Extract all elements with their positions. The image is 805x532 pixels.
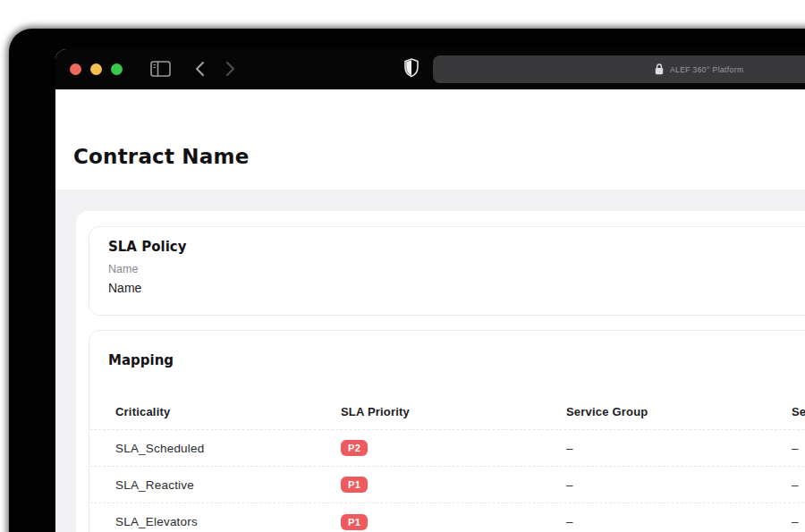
back-icon[interactable] bbox=[195, 61, 205, 77]
priority-badge: P2 bbox=[341, 440, 368, 456]
content-panel: SLA Policy Name Name Mapping Criticality… bbox=[76, 211, 805, 532]
service-extra-value: – bbox=[792, 478, 805, 492]
service-group-value: – bbox=[566, 515, 792, 528]
address-bar-text: ALEF 360° Platform bbox=[670, 65, 743, 74]
minimize-window-icon[interactable] bbox=[90, 63, 102, 75]
criticality-value: SLA_Scheduled bbox=[115, 442, 341, 455]
close-window-icon[interactable] bbox=[70, 63, 81, 75]
browser-titlebar: ALEF 360° Platform bbox=[55, 49, 805, 89]
mapping-title: Mapping bbox=[89, 352, 805, 368]
browser-window: ALEF 360° Platform Contract Name Contrac… bbox=[55, 49, 805, 532]
address-bar-content: ALEF 360° Platform bbox=[655, 55, 743, 83]
service-extra-value: – bbox=[792, 442, 805, 455]
table-row[interactable]: SLA_Reactive P1 – – bbox=[89, 467, 805, 503]
lock-icon bbox=[655, 63, 664, 75]
col-service-extra: Ser bbox=[792, 405, 805, 418]
page-header: Contract Name bbox=[55, 89, 805, 172]
sla-policy-title: SLA Policy bbox=[108, 239, 805, 255]
table-header-row: Criticality SLA Priority Service Group S… bbox=[89, 393, 805, 430]
priority-badge: P1 bbox=[341, 477, 368, 493]
name-field-label: Name bbox=[108, 263, 805, 276]
priority-badge: P1 bbox=[341, 514, 368, 530]
address-bar[interactable]: ALEF 360° Platform bbox=[433, 55, 805, 83]
col-criticality: Criticality bbox=[115, 405, 341, 418]
col-service-group: Service Group bbox=[566, 405, 792, 418]
sidebar-toggle-icon[interactable] bbox=[150, 61, 171, 77]
criticality-value: SLA_Elevators bbox=[115, 515, 341, 528]
sla-policy-card: SLA Policy Name Name bbox=[89, 226, 805, 316]
page-title: Contract Name bbox=[73, 141, 805, 172]
forward-icon[interactable] bbox=[225, 61, 235, 77]
mapping-table: Criticality SLA Priority Service Group S… bbox=[89, 393, 805, 532]
service-group-value: – bbox=[566, 442, 792, 455]
shield-icon[interactable] bbox=[404, 58, 419, 78]
table-row[interactable]: SLA_Scheduled P2 – – bbox=[89, 430, 805, 467]
service-extra-value: – bbox=[792, 515, 805, 528]
name-field-value: Name bbox=[108, 281, 805, 296]
table-row[interactable]: SLA_Elevators P1 – – bbox=[89, 503, 805, 532]
maximize-window-icon[interactable] bbox=[111, 63, 123, 75]
service-group-value: – bbox=[566, 478, 792, 492]
criticality-value: SLA_Reactive bbox=[115, 478, 341, 492]
col-sla-priority: SLA Priority bbox=[341, 405, 566, 418]
page-content: SLA Policy Name Name Mapping Criticality… bbox=[55, 190, 805, 532]
mapping-card: Mapping Criticality SLA Priority Service… bbox=[89, 330, 805, 532]
traffic-lights bbox=[70, 63, 123, 75]
